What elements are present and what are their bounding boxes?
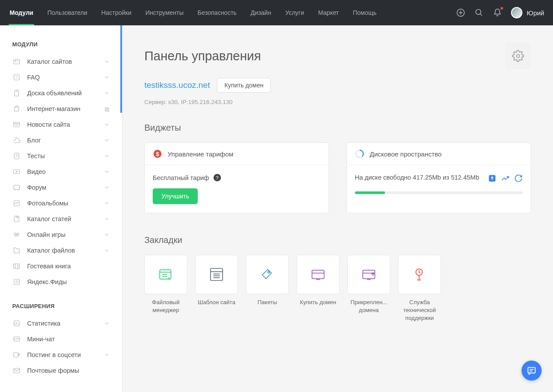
bookmark-item[interactable]: Служба технической поддержки: [398, 255, 441, 323]
svg-point-28: [17, 233, 19, 235]
chevron-down-icon: [104, 184, 110, 191]
sidebar-item-label: Статистика: [27, 320, 104, 327]
sidebar-item-icon: [12, 335, 21, 343]
bookmark-label: Прикреплен... домена: [347, 298, 390, 314]
sidebar-heading-extensions: РАСШИРЕНИЯ: [0, 300, 122, 316]
sidebar-item[interactable]: Каталог сайтов: [0, 54, 122, 69]
sidebar-item[interactable]: Фотоальбомы: [0, 195, 122, 211]
bookmark-tile: [195, 255, 238, 294]
bookmark-item[interactable]: Шаблон сайта: [195, 255, 238, 323]
topnav-item[interactable]: Безопасность: [197, 0, 238, 25]
sidebar-item[interactable]: Каталог статей: [0, 211, 122, 227]
notifications-icon[interactable]: [493, 8, 502, 17]
topnav-item[interactable]: Модули: [9, 0, 34, 25]
sidebar-item-label: Каталог файлов: [27, 247, 104, 254]
topnav-item[interactable]: Пользователи: [46, 0, 88, 25]
chevron-down-icon: [104, 121, 110, 128]
external-link-icon: [104, 106, 110, 112]
svg-point-11: [16, 91, 17, 92]
sidebar-item[interactable]: Форум: [0, 180, 122, 195]
topnav-item[interactable]: Маркет: [317, 0, 340, 25]
chevron-down-icon: [104, 74, 110, 80]
sidebar-item-label: Новости сайта: [27, 121, 104, 128]
bookmark-label: Шаблон сайта: [195, 298, 238, 306]
bookmark-item[interactable]: wwwКупить домен: [297, 255, 340, 323]
sidebar-item[interactable]: Доска объявлений: [0, 85, 122, 101]
sidebar-item-icon: [12, 199, 21, 208]
sidebar-item-label: Доска объявлений: [27, 90, 104, 97]
svg-rect-12: [105, 108, 108, 111]
svg-point-44: [517, 55, 520, 58]
disk-progress-bar: [355, 191, 523, 194]
svg-rect-43: [14, 368, 20, 373]
svg-text:$: $: [265, 272, 267, 277]
sidebar-item[interactable]: Блог: [0, 132, 122, 148]
sidebar-item[interactable]: Онлайн игры: [0, 227, 122, 243]
sidebar-item[interactable]: Почтовые формы: [0, 363, 122, 378]
sidebar-item-icon: [12, 230, 21, 239]
server-info: Сервер: s30, IP:195.216.243.130: [144, 99, 531, 105]
bookmark-item[interactable]: wwwПрикреплен... домена: [347, 255, 390, 323]
sidebar-item-label: Интернет-магазин: [27, 105, 102, 112]
svg-point-6: [15, 60, 16, 61]
topnav-item[interactable]: Дизайн: [250, 0, 272, 25]
sidebar-item-icon: [12, 319, 21, 328]
disk-widget: Дисковое пространство На диске свободно …: [346, 142, 531, 213]
chevron-down-icon: [104, 200, 110, 206]
sidebar-item[interactable]: Постинг в соцсети: [0, 347, 122, 363]
site-domain-link[interactable]: testiksss.ucoz.net: [144, 80, 210, 90]
bookmarks-grid: Файловый менеджерШаблон сайта$ПакетыwwwК…: [144, 255, 531, 323]
sidebar-item-icon: [12, 152, 21, 160]
upload-icon[interactable]: [488, 174, 497, 183]
buy-domain-button[interactable]: Купить домен: [217, 78, 271, 93]
search-icon[interactable]: [474, 8, 484, 17]
svg-line-4: [480, 14, 482, 16]
sidebar-item[interactable]: Мини-чат: [0, 331, 122, 347]
tariff-current-label: Бесплатный тариф: [153, 174, 209, 181]
sidebar-item[interactable]: Тесты: [0, 148, 122, 164]
sidebar-item-label: Каталог сайтов: [27, 58, 104, 65]
bookmark-item[interactable]: Файловый менеджер: [144, 255, 187, 323]
refresh-icon[interactable]: [514, 174, 523, 183]
settings-gear-button[interactable]: [505, 43, 531, 69]
sidebar-item[interactable]: Интернет-магазин: [0, 101, 122, 117]
add-icon[interactable]: [456, 8, 466, 17]
topnav-item[interactable]: Помощь: [352, 0, 377, 25]
sidebar-item-label: Блог: [27, 137, 104, 144]
sidebar-item[interactable]: Новости сайта: [0, 117, 122, 132]
chat-fab-button[interactable]: [522, 361, 542, 381]
sidebar-item[interactable]: Гостевая книга: [0, 258, 122, 274]
topnav-item[interactable]: Услуги: [284, 0, 305, 25]
sidebar-item-icon: [12, 262, 21, 271]
sidebar-item[interactable]: ЯЯндекс.Фиды: [0, 274, 122, 290]
sidebar-item[interactable]: ?FAQ: [0, 69, 122, 85]
user-menu[interactable]: Юрий: [511, 7, 544, 18]
help-icon[interactable]: ?: [214, 174, 221, 181]
page-title: Панель управления: [144, 49, 261, 63]
svg-point-40: [16, 339, 17, 340]
disk-usage-text: На диске свободно 417.25Mb из 512.45Mb: [355, 174, 482, 181]
svg-rect-13: [106, 108, 109, 111]
svg-rect-42: [14, 353, 18, 357]
stats-icon[interactable]: [501, 174, 510, 183]
topnav-right: Юрий: [456, 7, 544, 18]
improve-tariff-button[interactable]: Улучшить: [153, 188, 198, 204]
svg-rect-59: [312, 270, 324, 278]
chevron-down-icon: [104, 169, 110, 175]
bookmark-label: Купить домен: [297, 298, 340, 306]
topnav-item[interactable]: Настройки: [101, 0, 133, 25]
sidebar-item-icon: [12, 57, 21, 66]
sidebar-item-icon: ?: [12, 73, 21, 82]
sidebar-item-icon: [12, 183, 21, 192]
sidebar-item[interactable]: Статистика: [0, 316, 122, 331]
chevron-down-icon: [104, 232, 110, 238]
bookmark-tile: www: [297, 255, 340, 294]
sidebar-item[interactable]: Каталог файлов: [0, 243, 122, 258]
sidebar-item-icon: [12, 350, 21, 359]
sidebar-item[interactable]: Видео: [0, 164, 122, 180]
sidebar-item-label: Каталог статей: [27, 215, 104, 222]
topnav-item[interactable]: Инструменты: [144, 0, 184, 25]
bookmark-item[interactable]: $Пакеты: [246, 255, 289, 323]
sidebar-item-label: Видео: [27, 168, 104, 175]
bookmark-label: Файловый менеджер: [144, 298, 187, 314]
